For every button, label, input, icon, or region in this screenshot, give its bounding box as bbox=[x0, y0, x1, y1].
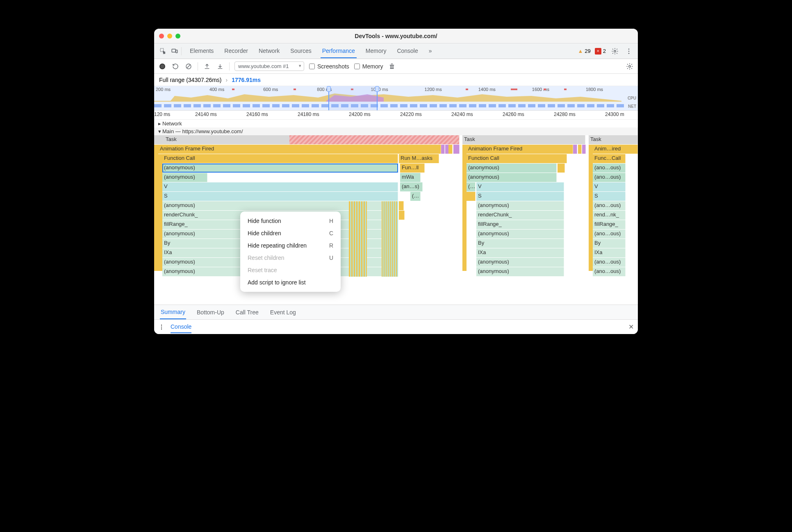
tab-performance[interactable]: Performance bbox=[321, 44, 357, 58]
flame-bar[interactable]: S bbox=[476, 192, 564, 201]
main-track-header[interactable]: ▾Main — https://www.youtube.com/ bbox=[154, 127, 638, 135]
flame-bar[interactable] bbox=[467, 192, 476, 201]
tracks-area[interactable]: ▸Network ▾Main — https://www.youtube.com… bbox=[154, 120, 638, 305]
reload-button[interactable] bbox=[171, 62, 180, 70]
full-range-label[interactable]: Full range (34307.26ms) bbox=[159, 77, 222, 83]
flame-anonymous[interactable]: (anonymous) bbox=[467, 173, 557, 182]
flame-bar[interactable]: mWa bbox=[400, 173, 421, 182]
flame-anonymous[interactable]: (ano…ous) bbox=[593, 258, 626, 267]
flame-animation-frame[interactable]: Animation Frame Fired bbox=[467, 145, 573, 154]
tab-elements[interactable]: Elements bbox=[188, 44, 215, 58]
clear-button[interactable] bbox=[184, 62, 193, 70]
flame-task[interactable]: Task bbox=[462, 135, 585, 144]
flame-bar[interactable]: V bbox=[593, 182, 626, 191]
drawer-more-icon[interactable] bbox=[158, 324, 165, 330]
flame-bar[interactable]: Fun…ll bbox=[400, 164, 425, 173]
warnings-badge[interactable]: ▲ 29 bbox=[578, 48, 590, 54]
memory-checkbox[interactable]: Memory bbox=[354, 63, 383, 70]
selection-handle-left[interactable] bbox=[327, 86, 331, 92]
flame-fillrange[interactable]: fillRange_ bbox=[476, 220, 564, 229]
flame-renderchunk[interactable]: rend…nk_ bbox=[593, 211, 626, 220]
tab-event-log[interactable]: Event Log bbox=[269, 306, 297, 319]
screenshots-checkbox[interactable]: Screenshots bbox=[309, 63, 349, 70]
tab-summary[interactable]: Summary bbox=[160, 305, 186, 319]
flame-renderchunk[interactable]: renderChunk_ bbox=[476, 211, 564, 220]
more-icon[interactable] bbox=[624, 46, 634, 56]
flame-bar[interactable] bbox=[441, 145, 445, 154]
tab-network[interactable]: Network bbox=[257, 44, 281, 58]
flame-anonymous[interactable]: (anonymous) bbox=[162, 173, 207, 182]
overview-selection[interactable] bbox=[328, 86, 378, 110]
garbage-collect-icon[interactable] bbox=[388, 62, 396, 70]
download-icon[interactable] bbox=[216, 62, 224, 70]
flame-anonymous-selected[interactable]: (anonymous) bbox=[162, 164, 398, 173]
console-tab[interactable]: Console bbox=[171, 323, 191, 333]
timeline-overview[interactable]: 200 ms 400 ms 600 ms 800 ms 1000 ms 1200… bbox=[154, 86, 638, 111]
record-button[interactable] bbox=[158, 62, 166, 70]
flame-task[interactable]: Task bbox=[154, 135, 460, 144]
settings-icon[interactable] bbox=[610, 46, 620, 56]
flame-fillrange[interactable]: fillRange_ bbox=[593, 220, 626, 229]
menu-hide-repeating[interactable]: Hide repeating childrenR bbox=[240, 239, 341, 252]
flame-anonymous[interactable]: (ano…ous) bbox=[593, 201, 626, 210]
flame-bar[interactable]: (… bbox=[410, 192, 421, 201]
flame-anonymous[interactable]: (ano…ous) bbox=[593, 164, 626, 173]
flame-function-call[interactable]: Function Call bbox=[162, 154, 398, 163]
tab-call-tree[interactable]: Call Tree bbox=[235, 306, 259, 319]
flame-anonymous[interactable]: (ano…ous) bbox=[593, 267, 626, 276]
close-button[interactable] bbox=[159, 34, 164, 39]
flame-run-microtasks[interactable]: Run M…asks bbox=[399, 154, 439, 163]
menu-hide-function[interactable]: Hide functionH bbox=[240, 215, 341, 227]
menu-hide-children[interactable]: Hide childrenC bbox=[240, 227, 341, 239]
tab-sources[interactable]: Sources bbox=[289, 44, 313, 58]
tab-bottom-up[interactable]: Bottom-Up bbox=[196, 306, 225, 319]
inspect-icon[interactable] bbox=[158, 46, 168, 56]
flame-anonymous[interactable]: (ano…ous) bbox=[593, 173, 626, 182]
selected-range[interactable]: 1776.91ms bbox=[232, 77, 261, 83]
flame-bar[interactable] bbox=[448, 145, 453, 154]
flame-anonymous[interactable]: (anonymous) bbox=[476, 258, 564, 267]
profile-select[interactable]: www.youtube.com #1 bbox=[234, 61, 304, 71]
flame-bar[interactable]: S bbox=[593, 192, 626, 201]
flame-anonymous[interactable]: (anonymous) bbox=[476, 201, 564, 210]
tab-memory[interactable]: Memory bbox=[364, 44, 388, 58]
device-toggle-icon[interactable] bbox=[170, 46, 180, 56]
tab-console[interactable]: Console bbox=[395, 44, 419, 58]
flame-bar[interactable] bbox=[582, 145, 586, 154]
flame-animation-frame[interactable]: Anim…ired bbox=[593, 145, 638, 154]
flame-bar[interactable]: V bbox=[476, 182, 564, 191]
flame-bar[interactable] bbox=[399, 201, 404, 210]
flame-bar[interactable] bbox=[573, 145, 577, 154]
flame-bar[interactable]: By bbox=[593, 239, 626, 248]
flame-bar[interactable]: (… bbox=[467, 182, 476, 191]
flame-anonymous[interactable]: (anonymous) bbox=[476, 230, 564, 239]
flame-function-call[interactable]: Function Call bbox=[467, 154, 567, 163]
selection-handle-right[interactable] bbox=[375, 86, 379, 92]
flame-function-call[interactable]: Func…Call bbox=[593, 154, 626, 163]
flame-bar[interactable]: IXa bbox=[593, 248, 626, 257]
flame-bar[interactable]: S bbox=[162, 192, 398, 201]
tab-recorder[interactable]: Recorder bbox=[223, 44, 250, 58]
menu-add-ignore-list[interactable]: Add script to ignore list bbox=[240, 276, 341, 289]
flame-bar[interactable] bbox=[578, 145, 582, 154]
flame-bar[interactable] bbox=[399, 211, 405, 220]
capture-settings-icon[interactable] bbox=[626, 62, 634, 70]
flame-bar[interactable] bbox=[558, 164, 565, 173]
close-drawer-icon[interactable]: ✕ bbox=[628, 323, 634, 331]
zoom-button[interactable] bbox=[175, 34, 180, 39]
flame-anonymous[interactable]: (ano…ous) bbox=[593, 230, 626, 239]
tabs-overflow[interactable]: » bbox=[427, 44, 434, 58]
detail-ruler[interactable]: 120 ms 24140 ms 24160 ms 24180 ms 24200 … bbox=[154, 111, 638, 120]
flame-anonymous[interactable]: (anonymous) bbox=[476, 267, 564, 276]
flame-bar[interactable]: IXa bbox=[476, 248, 564, 257]
minimize-button[interactable] bbox=[167, 34, 172, 39]
flame-bar[interactable] bbox=[453, 145, 460, 154]
upload-icon[interactable] bbox=[203, 62, 211, 70]
flame-task[interactable]: Task bbox=[589, 135, 638, 144]
flame-bar[interactable]: (an…s) bbox=[400, 182, 423, 191]
flame-anonymous[interactable]: (anonymous) bbox=[467, 164, 557, 173]
flame-animation-frame[interactable]: Animation Frame Fired bbox=[158, 145, 441, 154]
flame-bar[interactable]: V bbox=[162, 182, 398, 191]
flame-bar[interactable]: By bbox=[476, 239, 564, 248]
network-track-header[interactable]: ▸Network bbox=[154, 120, 638, 127]
